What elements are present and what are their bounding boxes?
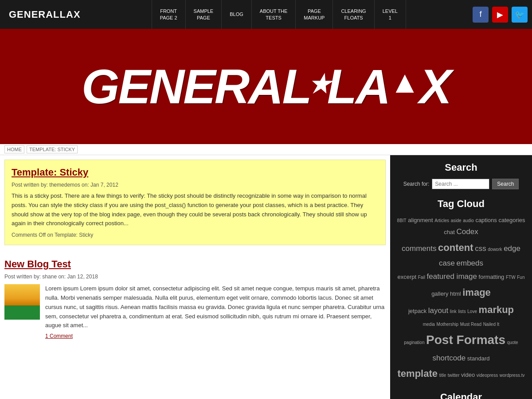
tag-video[interactable]: video — [461, 372, 475, 378]
hero-star-icon: ★ — [309, 72, 329, 97]
tag-codex[interactable]: Codex — [457, 227, 478, 236]
tag-cloud-title: Tag Cloud — [397, 198, 525, 210]
hero-title: GENERAL★LA▲X — [82, 62, 450, 111]
tag-formatting[interactable]: formatting — [479, 274, 505, 280]
sticky-post-body: This is a sticky post. There are a few t… — [12, 192, 379, 228]
tag-featured-image[interactable]: featured image — [427, 272, 477, 281]
tag-love[interactable]: Love — [467, 309, 477, 314]
tag-articles[interactable]: Articles — [434, 218, 449, 223]
tag-chat[interactable]: chat — [444, 229, 455, 235]
tag-aside[interactable]: aside — [451, 218, 462, 223]
breadcrumb-home-link[interactable]: HOME — [4, 145, 24, 153]
tag-lists[interactable]: lists — [458, 309, 466, 314]
main-menu: FRONTPAGE 2 SAMPLEPAGE BLOG ABOUT THETES… — [152, 0, 406, 29]
search-input[interactable] — [432, 179, 489, 189]
facebook-icon[interactable]: f — [473, 7, 489, 23]
search-widget-title: Search — [397, 162, 525, 173]
nav-item-blog[interactable]: BLOG — [222, 0, 252, 29]
top-navigation: GENERALLAX FRONTPAGE 2 SAMPLEPAGE BLOG A… — [0, 0, 532, 29]
youtube-icon[interactable]: ▶ — [492, 7, 508, 23]
tag-css[interactable]: css — [475, 244, 486, 253]
nav-item-front-page-2[interactable]: FRONTPAGE 2 — [152, 0, 186, 29]
tag-pagination[interactable]: pagination — [404, 340, 424, 345]
tag-8bit[interactable]: 8BIT — [397, 218, 407, 223]
tag-link[interactable]: link — [450, 309, 457, 314]
nav-item-page-markup[interactable]: PAGEMARKUP — [296, 0, 333, 29]
new-blog-comment-link[interactable]: 1 Comment — [45, 333, 386, 339]
tag-audio[interactable]: audio — [463, 218, 473, 223]
nav-item-about-tests[interactable]: ABOUT THETESTS — [252, 0, 296, 29]
tag-comments[interactable]: comments — [402, 244, 436, 253]
search-button[interactable]: Search — [492, 179, 519, 189]
thumbnail-image — [4, 284, 40, 320]
hero-banner: GENERAL★LA▲X — [0, 29, 532, 144]
new-blog-post-meta: Post written by: shane on: Jan 12, 2018 — [4, 274, 386, 280]
tag-media[interactable]: media — [423, 322, 435, 327]
tag-fun[interactable]: Fun — [517, 275, 524, 280]
tag-mothership[interactable]: Mothership — [437, 322, 458, 327]
tag-categories[interactable]: categories — [498, 217, 525, 223]
tag-template[interactable]: template — [398, 368, 438, 379]
post-excerpt-container: Lorem ipsum Lorem ipsum dolor sit amet, … — [45, 284, 386, 339]
main-layout: Template: Sticky Post written by: themed… — [0, 155, 532, 399]
tag-dowork[interactable]: dowork — [488, 247, 502, 252]
nav-item-sample-page[interactable]: SAMPLEPAGE — [186, 0, 222, 29]
tag-alignment[interactable]: alignment — [408, 217, 433, 223]
hero-arrow-icon: ▲ — [389, 66, 419, 98]
search-widget: Search for: Search — [397, 179, 525, 189]
social-icons: f ▶ 🐦 — [473, 7, 528, 23]
new-blog-post-title[interactable]: New Blog Test — [4, 258, 386, 270]
tag-html[interactable]: html — [450, 290, 461, 297]
tag-title[interactable]: title — [439, 373, 446, 378]
sticky-post-meta: Post written by: themedemos on: Jan 7, 2… — [12, 182, 379, 188]
tag-captions[interactable]: captions — [475, 217, 497, 223]
sticky-post-comments: Comments Off on Template: Sticky — [12, 232, 379, 238]
tag-gallery[interactable]: gallery — [431, 290, 448, 297]
tag-layout[interactable]: layout — [428, 306, 448, 315]
content-area: Template: Sticky Post written by: themed… — [0, 155, 390, 399]
tag-embeds[interactable]: embeds — [457, 259, 483, 267]
tag-image[interactable]: image — [462, 287, 491, 298]
new-blog-test-post: New Blog Test Post written by: shane on:… — [4, 254, 386, 344]
site-logo[interactable]: GENERALLAX — [4, 9, 85, 20]
tag-post-formats[interactable]: Post Formats — [426, 333, 505, 347]
search-label: Search for: — [403, 181, 430, 187]
tag-wordpress-tv[interactable]: wordpress.tv — [500, 373, 525, 378]
calendar-title: Calendar — [397, 391, 525, 399]
breadcrumb: HOME TEMPLATE: STICKY — [0, 144, 532, 155]
sticky-post: Template: Sticky Post written by: themed… — [4, 160, 386, 245]
tag-must-read[interactable]: Must Read — [460, 322, 481, 327]
nav-item-clearing-floats[interactable]: CLEARINGFLOATS — [333, 0, 374, 29]
tag-cloud: 8BIT alignment Articles aside audio capt… — [397, 215, 525, 383]
tag-excerpt[interactable]: excerpt — [398, 274, 417, 280]
post-thumbnail[interactable] — [4, 284, 40, 320]
twitter-icon[interactable]: 🐦 — [512, 7, 528, 23]
nav-item-level-1[interactable]: LEVEL1 — [375, 0, 406, 29]
sticky-post-title[interactable]: Template: Sticky — [12, 167, 379, 178]
tag-videopress[interactable]: videopress — [477, 373, 498, 378]
calendar-widget: Calendar January 2018 M T W T F S S — [397, 391, 525, 399]
new-blog-post-excerpt: Lorem ipsum Lorem ipsum dolor sit amet, … — [45, 284, 386, 330]
tag-content[interactable]: content — [438, 242, 473, 253]
tag-twitter[interactable]: twitter — [448, 373, 460, 378]
tag-fail[interactable]: Fail — [418, 275, 425, 280]
post-with-image: Lorem ipsum Lorem ipsum dolor sit amet, … — [4, 284, 386, 339]
tag-nailed-it[interactable]: Nailed It — [483, 322, 500, 327]
breadcrumb-current: TEMPLATE: STICKY — [27, 145, 78, 153]
tag-markup[interactable]: markup — [479, 304, 514, 315]
tag-shortcode[interactable]: shortcode — [433, 354, 466, 362]
tag-standard[interactable]: standard — [467, 355, 490, 362]
sidebar: Search Search for: Search Tag Cloud 8BIT… — [390, 155, 532, 399]
tag-quote[interactable]: quote — [507, 340, 518, 345]
tag-ftw[interactable]: FTW — [506, 275, 516, 280]
tag-jetpack[interactable]: jetpack — [408, 308, 426, 314]
